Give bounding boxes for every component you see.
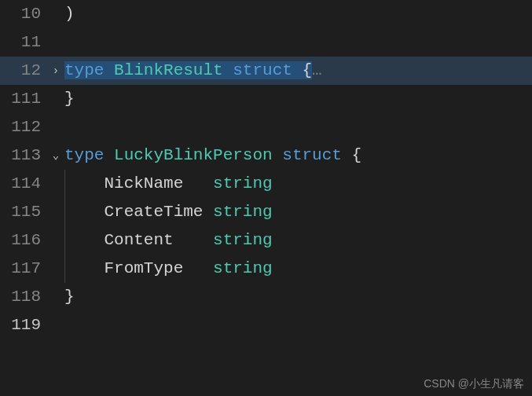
code-content[interactable]: NickName string bbox=[64, 170, 532, 198]
line-number: 118 bbox=[0, 283, 47, 311]
indent-guide bbox=[64, 198, 65, 226]
field-type: string bbox=[213, 203, 273, 221]
code-line[interactable]: 113 ⌄ type LuckyBlinkPerson struct { bbox=[0, 141, 532, 170]
field-name: Content bbox=[104, 231, 203, 249]
indent-guide bbox=[64, 226, 65, 255]
code-line-active[interactable]: 119 bbox=[0, 311, 532, 339]
type-identifier: LuckyBlinkPerson bbox=[114, 146, 273, 164]
code-line[interactable]: 11 bbox=[0, 28, 532, 57]
line-number: 11 bbox=[0, 28, 47, 57]
indent-guide bbox=[64, 170, 65, 198]
fold-expanded-icon[interactable]: ⌄ bbox=[47, 141, 64, 170]
line-number: 10 bbox=[0, 0, 47, 28]
keyword-type: type bbox=[64, 61, 104, 79]
code-line[interactable]: 116 Content string bbox=[0, 226, 532, 255]
code-content[interactable]: type LuckyBlinkPerson struct { bbox=[64, 141, 532, 170]
field-type: string bbox=[213, 259, 273, 277]
field-name: NickName bbox=[104, 174, 203, 192]
open-brace: { bbox=[292, 61, 312, 79]
code-editor[interactable]: 10 ) 11 12 › type BlinkResult struct {… … bbox=[0, 0, 532, 396]
keyword-struct: struct bbox=[282, 146, 342, 164]
code-line-folded[interactable]: 12 › type BlinkResult struct {… bbox=[0, 57, 532, 85]
line-number: 115 bbox=[0, 198, 47, 226]
code-line[interactable]: 114 NickName string bbox=[0, 170, 532, 198]
fold-collapsed-icon[interactable]: › bbox=[47, 57, 64, 85]
code-content[interactable]: ) bbox=[64, 0, 532, 28]
line-number: 112 bbox=[0, 113, 47, 141]
close-brace: } bbox=[64, 90, 75, 108]
line-number: 114 bbox=[0, 170, 47, 198]
line-number: 119 bbox=[0, 311, 47, 339]
code-line[interactable]: 10 ) bbox=[0, 0, 532, 28]
line-number: 113 bbox=[0, 141, 47, 170]
line-number: 116 bbox=[0, 226, 47, 255]
code-line[interactable]: 115 CreateTime string bbox=[0, 198, 532, 226]
field-type: string bbox=[213, 174, 273, 192]
code-content[interactable]: } bbox=[64, 85, 532, 113]
code-content[interactable]: Content string bbox=[64, 226, 532, 255]
line-number: 117 bbox=[0, 255, 47, 283]
code-content[interactable]: FromType string bbox=[64, 255, 532, 283]
code-content[interactable]: CreateTime string bbox=[64, 198, 532, 226]
close-brace: } bbox=[64, 288, 75, 306]
close-paren: ) bbox=[64, 5, 75, 23]
fold-ellipsis-icon[interactable]: … bbox=[312, 61, 322, 79]
field-type: string bbox=[213, 231, 273, 249]
keyword-struct: struct bbox=[233, 61, 292, 79]
field-name: CreateTime bbox=[104, 203, 203, 221]
line-number: 111 bbox=[0, 85, 47, 113]
open-brace: { bbox=[342, 146, 361, 164]
type-identifier: BlinkResult bbox=[114, 61, 223, 79]
code-line[interactable]: 111 } bbox=[0, 85, 532, 113]
code-line[interactable]: 117 FromType string bbox=[0, 255, 532, 283]
keyword-type: type bbox=[64, 146, 104, 164]
code-content[interactable]: type BlinkResult struct {… bbox=[64, 57, 532, 85]
indent-guide bbox=[64, 255, 65, 283]
field-name: FromType bbox=[104, 259, 203, 277]
line-number: 12 bbox=[0, 57, 47, 85]
code-line[interactable]: 112 bbox=[0, 113, 532, 141]
code-content[interactable]: } bbox=[64, 283, 532, 311]
code-line[interactable]: 118 } bbox=[0, 283, 532, 311]
